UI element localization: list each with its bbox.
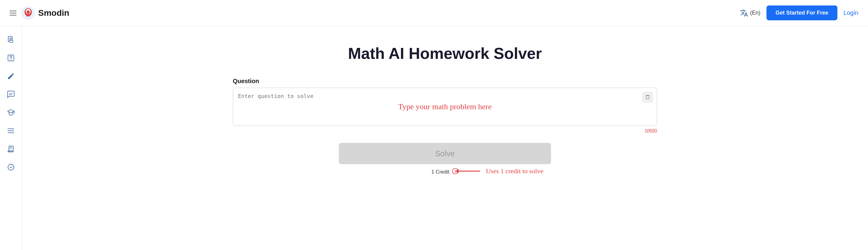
get-started-button[interactable]: Get Started For Free: [767, 5, 837, 20]
pencil-icon: [7, 72, 15, 80]
annotation-text: Uses 1 credit to solve: [486, 167, 543, 175]
sidebar-item-quiz[interactable]: [3, 50, 19, 65]
book-icon: [7, 145, 15, 153]
svg-rect-4: [26, 15, 30, 17]
header-left: Smodin: [10, 6, 69, 20]
hamburger-menu-icon[interactable]: [10, 10, 17, 16]
logo-text: Smodin: [38, 8, 69, 18]
sidebar-item-library[interactable]: [3, 141, 19, 157]
login-button[interactable]: Login: [843, 9, 858, 17]
form-container: Question Type your math problem here 0/6…: [233, 78, 657, 176]
svg-point-8: [10, 59, 11, 60]
document-icon: [7, 36, 15, 44]
sidebar-item-chat[interactable]: [3, 87, 19, 102]
sidebar-item-grade[interactable]: [3, 160, 19, 175]
logo[interactable]: Smodin: [21, 6, 69, 20]
sidebar: [0, 26, 22, 250]
solve-button[interactable]: Solve: [339, 143, 551, 164]
language-label: (En): [750, 10, 761, 16]
translate-icon: [740, 9, 748, 17]
arrow-icon: [456, 167, 483, 176]
svg-point-3: [27, 10, 30, 14]
list-icon: [7, 127, 15, 135]
arrow-annotation: Uses 1 credit to solve: [456, 167, 543, 176]
sidebar-item-write[interactable]: [3, 68, 19, 84]
page-title: Math AI Homework Solver: [348, 44, 542, 62]
graduation-icon: [7, 109, 15, 116]
solve-section: Solve 1 Credit: [233, 143, 657, 176]
header: Smodin (En) Get Started For Free Login: [0, 0, 868, 26]
language-selector[interactable]: (En): [740, 9, 761, 17]
question-textarea[interactable]: [233, 88, 657, 124]
svg-marker-13: [456, 169, 459, 173]
trash-icon: [645, 94, 650, 100]
question-input-wrapper: Type your math problem here: [233, 88, 657, 126]
header-right: (En) Get Started For Free Login: [740, 5, 858, 20]
smodin-logo-icon: [21, 6, 35, 20]
grade-icon: [7, 163, 15, 171]
svg-rect-6: [9, 40, 13, 43]
sidebar-item-education[interactable]: [3, 105, 19, 120]
quiz-icon: [7, 54, 15, 62]
chat-icon: [7, 90, 15, 98]
char-count: 0/600: [233, 128, 657, 134]
credit-text: 1 Credit: [431, 169, 450, 175]
main-layout: Math AI Homework Solver Question Type yo…: [0, 26, 868, 250]
sidebar-item-list[interactable]: [3, 123, 19, 138]
sidebar-item-documents[interactable]: [3, 32, 19, 47]
question-label: Question: [233, 78, 657, 85]
clear-button[interactable]: [642, 92, 653, 103]
credit-row: 1 Credit Uses 1: [431, 168, 459, 176]
content-area: Math AI Homework Solver Question Type yo…: [22, 26, 868, 250]
